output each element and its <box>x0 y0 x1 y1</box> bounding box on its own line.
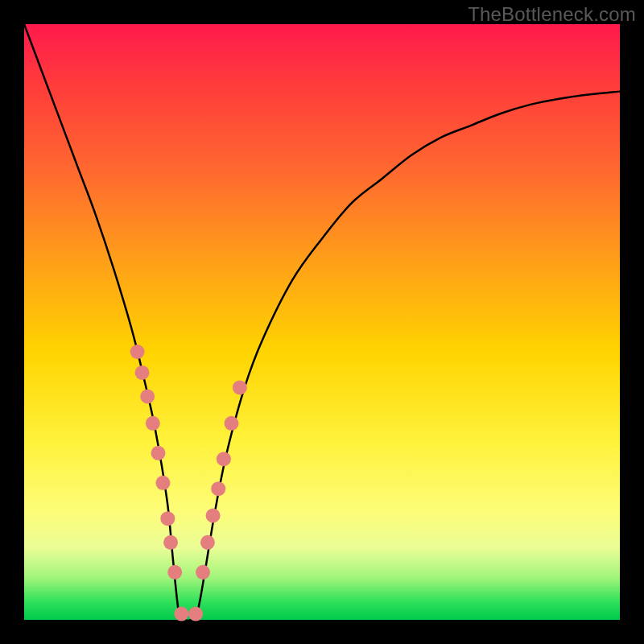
highlight-dot <box>233 380 247 394</box>
highlight-dot <box>146 416 160 431</box>
highlight-dot <box>140 390 155 404</box>
highlight-dot <box>167 565 182 580</box>
highlight-dot <box>196 565 210 580</box>
highlight-dot <box>151 446 166 460</box>
highlight-dot <box>200 535 215 550</box>
highlight-dot <box>206 509 221 523</box>
watermark-text: TheBottleneck.com <box>468 3 636 26</box>
bottleneck-curve <box>24 24 620 621</box>
plot-area <box>24 24 620 620</box>
highlight-dot <box>225 416 239 431</box>
highlight-dot <box>130 345 145 359</box>
figure-root: TheBottleneck.com <box>0 0 644 644</box>
highlight-dot <box>163 535 178 550</box>
bottleneck-curve-path <box>24 24 620 621</box>
highlighted-dots <box>130 345 247 621</box>
highlight-dot <box>174 607 188 621</box>
chart-svg <box>24 24 620 620</box>
highlight-dot <box>188 607 203 621</box>
highlight-dot <box>211 481 225 496</box>
highlight-dot <box>217 452 231 466</box>
highlight-dot <box>160 511 175 526</box>
highlight-dot <box>135 365 150 380</box>
highlight-dot <box>155 476 170 490</box>
